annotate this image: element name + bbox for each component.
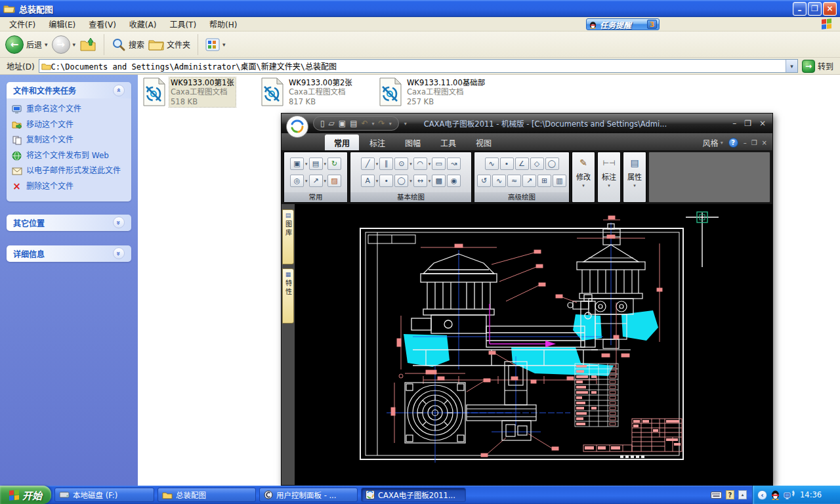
caxa-logo-icon[interactable] xyxy=(286,116,308,138)
file-item-2[interactable]: WK9133.00第2张 Caxa工程图文档 817 KB xyxy=(261,77,373,107)
other-places-header[interactable]: 其它位置 » xyxy=(7,215,131,231)
style-button[interactable]: 风格▾ xyxy=(703,137,723,148)
minimize-button[interactable]: – xyxy=(793,2,807,16)
task-reminder-button[interactable]: 任务提醒 3 xyxy=(586,18,660,30)
library-panel-tab[interactable]: ▤ 图库 xyxy=(282,209,294,264)
properties-button[interactable]: ▤ 属性 ▾ xyxy=(623,152,646,203)
circle-tool[interactable]: ⊙ xyxy=(394,158,408,170)
file-item-3[interactable]: WK9133.11.00基础部 Caxa工程图文档 257 KB xyxy=(379,77,491,107)
address-dropdown[interactable]: ▾ xyxy=(786,60,797,72)
file-item-1[interactable]: WK9133.00第1张 Caxa工程图文档 518 KB xyxy=(143,77,255,107)
redo-icon[interactable]: ↷ xyxy=(379,119,385,128)
start-button[interactable]: 开始 xyxy=(0,486,51,504)
zoom-tool[interactable]: ◎ xyxy=(290,175,304,187)
expand-chevron-icon[interactable]: » xyxy=(113,247,125,259)
tab-tools[interactable]: 工具 xyxy=(431,135,465,150)
taskbar-item-local-disk[interactable]: 本地磁盘 (F:) xyxy=(54,488,154,502)
send-tool[interactable]: ↗ xyxy=(309,175,323,187)
grid-tool[interactable]: ⊞ xyxy=(537,175,551,187)
paste-tool[interactable]: ▤ xyxy=(309,158,323,170)
point-tool[interactable]: ∙ xyxy=(379,175,393,187)
leader-tool[interactable]: ↗ xyxy=(522,175,536,187)
address-input[interactable]: C:\Documents and Settings\Administrator\… xyxy=(39,59,798,73)
menu-favorites[interactable]: 收藏(A) xyxy=(123,18,163,30)
menu-help[interactable]: 帮助(H) xyxy=(203,18,243,30)
modify-dropdown[interactable]: ▾ xyxy=(582,183,585,188)
print-icon[interactable]: ▤ xyxy=(350,119,357,128)
cad-canvas[interactable] xyxy=(295,204,772,485)
taskbar-item-folder[interactable]: 总装配图 xyxy=(158,488,256,502)
qa-customize-dropdown[interactable]: ▾ xyxy=(404,121,407,127)
ribbon-restore-button[interactable]: ❐ xyxy=(751,139,757,146)
file-tasks-header[interactable]: 文件和文件夹任务 » xyxy=(7,82,131,98)
task-email[interactable]: 以电子邮件形式发送此文件 xyxy=(11,166,127,177)
zigzag-tool[interactable]: ≈ xyxy=(507,175,521,187)
ribbon-close-button[interactable]: × xyxy=(762,139,767,146)
help-icon[interactable]: ? xyxy=(728,138,738,148)
caxa-maximize-button[interactable]: ❐ xyxy=(744,119,751,128)
search-button[interactable]: 搜索 xyxy=(112,37,144,52)
spline-tool[interactable]: ↝ xyxy=(447,158,461,170)
clock[interactable]: 14:36 xyxy=(800,490,822,499)
dimension-button[interactable]: ⊢⊣ 标注 ▾ xyxy=(597,152,621,203)
modify-button[interactable]: ✎ 修改 ▾ xyxy=(572,152,595,203)
ribbon-minimize-button[interactable]: – xyxy=(744,139,747,146)
go-button[interactable]: → 转到 xyxy=(802,60,833,73)
ellipse-tool[interactable]: ◯ xyxy=(394,175,408,187)
back-dropdown[interactable]: ▾ xyxy=(45,41,48,48)
tab-view[interactable]: 视图 xyxy=(467,135,501,150)
rectangle-tool[interactable]: ▭ xyxy=(432,158,446,170)
save-icon[interactable]: ▣ xyxy=(339,119,346,128)
properties-panel-tab[interactable]: ▦ 特性 xyxy=(282,268,294,324)
folders-button[interactable]: 文件夹 xyxy=(148,38,190,51)
keyboard-icon[interactable] xyxy=(711,492,722,499)
taskbar-item-caxa[interactable]: CAXA电子图板2011... xyxy=(361,488,466,502)
menu-file[interactable]: 文件(F) xyxy=(3,18,42,30)
dimension-tool[interactable]: ↔ xyxy=(413,175,427,187)
angle-tool[interactable]: ∠ xyxy=(515,158,529,170)
menu-view[interactable]: 查看(V) xyxy=(82,18,123,30)
arc-tool[interactable]: ◠ xyxy=(413,158,427,170)
forward-dropdown[interactable]: ▾ xyxy=(73,41,76,48)
close-button[interactable]: × xyxy=(823,2,837,16)
redo-dropdown[interactable]: ▾ xyxy=(389,121,392,127)
up-button[interactable] xyxy=(79,37,96,52)
curve-tool[interactable]: ∿ xyxy=(485,158,499,170)
details-header[interactable]: 详细信息 » xyxy=(7,245,131,262)
text-tool[interactable]: A xyxy=(361,175,375,187)
undo-dropdown[interactable]: ▾ xyxy=(372,121,375,127)
caxa-close-button[interactable]: × xyxy=(759,119,766,128)
copy-tool[interactable]: ▣ xyxy=(290,158,304,170)
tray-collapse-icon[interactable]: ‹ xyxy=(757,490,767,500)
revolve-tool[interactable]: ↺ xyxy=(477,175,491,187)
views-dropdown[interactable]: ▾ xyxy=(222,41,226,48)
properties-dropdown[interactable]: ▾ xyxy=(633,183,636,188)
wave-tool[interactable]: ∿ xyxy=(492,175,506,187)
display-tool[interactable]: ▨ xyxy=(327,175,341,187)
refresh-tool[interactable]: ↻ xyxy=(327,158,341,170)
views-button[interactable]: ▾ xyxy=(205,38,226,51)
undo-icon[interactable]: ↶ xyxy=(362,119,368,128)
polygon-tool[interactable]: ◇ xyxy=(530,158,544,170)
task-move[interactable]: 移动这个文件 xyxy=(11,120,127,131)
restore-button[interactable]: ❐ xyxy=(808,2,822,16)
new-doc-icon[interactable]: ▯ xyxy=(320,119,325,128)
parallel-tool[interactable]: ∥ xyxy=(379,158,393,170)
tag-tool[interactable]: ◉ xyxy=(447,175,461,187)
task-delete[interactable]: × 删除这个文件 xyxy=(11,182,127,192)
expand-chevron-icon[interactable]: » xyxy=(113,217,125,228)
line-tool[interactable]: ╱ xyxy=(361,158,375,170)
block-tool[interactable]: ▥ xyxy=(553,175,566,187)
tab-annotation[interactable]: 标注 xyxy=(360,135,394,150)
menu-tools[interactable]: 工具(T) xyxy=(163,18,203,30)
menu-edit[interactable]: 编辑(E) xyxy=(42,18,82,30)
open-icon[interactable]: ▱ xyxy=(329,119,335,128)
tab-common[interactable]: 常用 xyxy=(325,135,359,150)
caxa-minimize-button[interactable]: – xyxy=(732,119,736,128)
loop-tool[interactable]: ◯ xyxy=(545,158,559,170)
back-button[interactable]: ← 后退 ▾ xyxy=(5,35,48,54)
ime-help-icon[interactable]: ? xyxy=(726,490,734,499)
task-publish[interactable]: 将这个文件发布到 Web xyxy=(11,151,127,161)
task-copy[interactable]: 复制这个文件 xyxy=(11,135,127,146)
tab-sheet[interactable]: 图幅 xyxy=(396,135,430,150)
